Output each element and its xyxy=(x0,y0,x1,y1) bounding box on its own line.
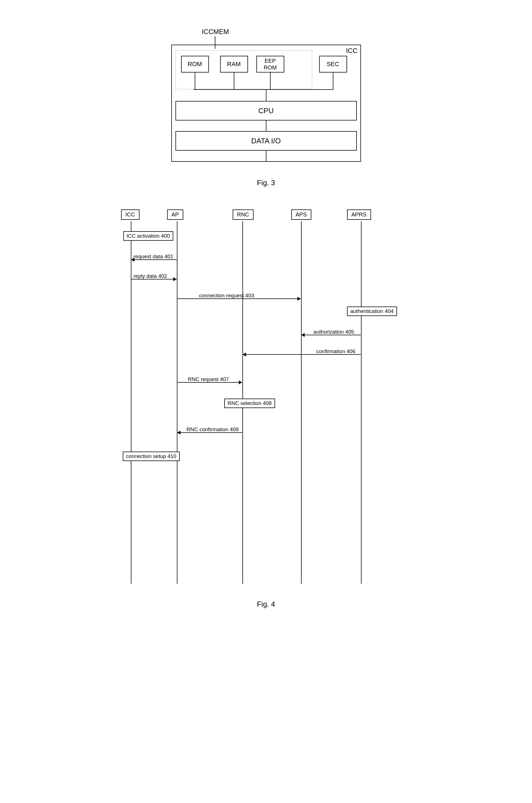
dataio-box: DATA I/O xyxy=(175,131,357,151)
msg-408-box: RNC selection 408 xyxy=(224,399,275,408)
msg-409-arrowhead xyxy=(177,431,180,435)
actor-aps: APS xyxy=(291,209,311,220)
actor-aprs: APRS xyxy=(347,209,371,220)
msg-405-arrowhead xyxy=(301,333,305,337)
dataio-bottom-vline xyxy=(266,151,266,162)
actor-icc: ICC xyxy=(121,209,139,220)
msg-406-arrowhead xyxy=(243,352,246,357)
bus-to-cpu-vline xyxy=(266,89,266,101)
cpu-box: CPU xyxy=(175,101,357,120)
rom-vline xyxy=(195,73,195,90)
bus-to-sec-hline xyxy=(297,89,334,90)
msg-401-label: request data 401 xyxy=(134,253,173,260)
msg-403-arrowhead xyxy=(298,297,301,301)
actor-ap: AP xyxy=(167,209,184,220)
lifeline-aprs xyxy=(361,221,362,584)
msg-405-label: authorization 405 xyxy=(314,329,354,335)
fig4-caption: Fig. 4 xyxy=(257,600,275,609)
iccmem-label: ICCMEM xyxy=(202,28,229,36)
main-wrapper: ICCMEM ICC ROM RAM EEPROM SEC xyxy=(0,11,532,625)
fig3-section: ICCMEM ICC ROM RAM EEPROM SEC xyxy=(160,28,372,187)
msg-404-box: authentication 404 xyxy=(347,307,397,316)
ram-box: RAM xyxy=(220,56,248,73)
msg-402-label: reply data 402 xyxy=(134,273,167,279)
msg-410-box: connection setup 410 xyxy=(123,452,180,461)
msg-407-arrowhead xyxy=(239,380,242,384)
fig4-diagram: ICC AP RNC APS APRS ICC activation 400 xyxy=(113,209,420,594)
cpu-to-dataio-vline xyxy=(266,120,266,131)
fig4-section: ICC AP RNC APS APRS ICC activation 400 xyxy=(113,209,420,609)
sec-vline xyxy=(333,73,334,90)
icc-label: ICC xyxy=(346,47,357,55)
msg-407-label: RNC request 407 xyxy=(188,376,229,382)
sec-box: SEC xyxy=(319,56,347,73)
msg-402-arrowhead xyxy=(173,277,176,281)
rom-box: ROM xyxy=(181,56,209,73)
msg-400-box: ICC activation 400 xyxy=(123,231,173,241)
eeprom-vline xyxy=(270,73,271,90)
actor-rnc: RNC xyxy=(233,209,253,220)
lifeline-aps xyxy=(301,221,302,584)
eeprom-box: EEPROM xyxy=(256,56,284,73)
msg-403-label: connection request 403 xyxy=(199,292,254,299)
fig3-caption: Fig. 3 xyxy=(257,178,275,187)
ram-vline xyxy=(234,73,234,90)
mem-hbus xyxy=(194,89,297,90)
lifeline-ap xyxy=(177,221,177,584)
msg-409-label: RNC confirmation 409 xyxy=(187,426,239,433)
fig3-diagram: ICCMEM ICC ROM RAM EEPROM SEC xyxy=(160,28,372,173)
msg-406-label: confirmation 406 xyxy=(316,348,356,355)
lifeline-icc xyxy=(131,221,131,584)
